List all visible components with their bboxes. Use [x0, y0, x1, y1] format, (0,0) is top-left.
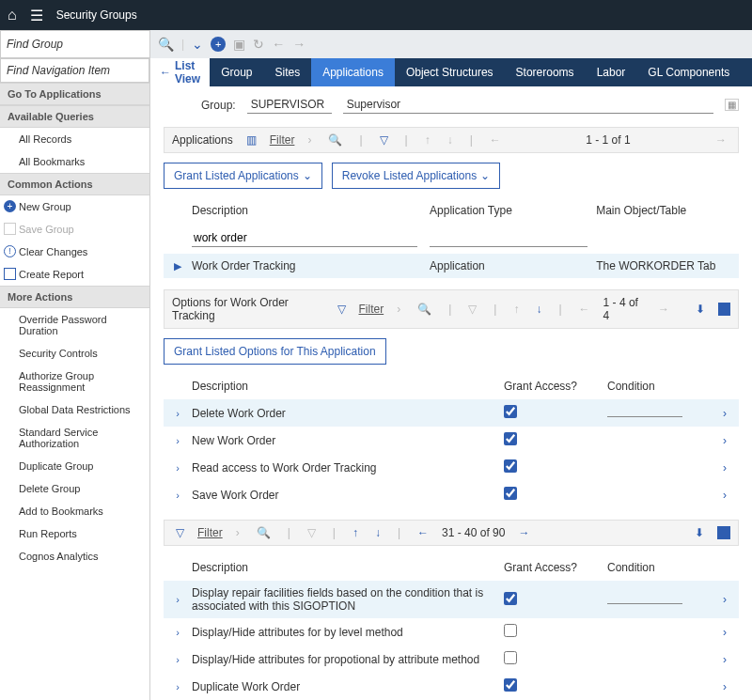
col-mainobj[interactable]: Main Object/Table	[596, 204, 739, 217]
grant-checkbox[interactable]	[504, 459, 517, 473]
table-row[interactable]: ›Display repair facilities fields based …	[164, 581, 739, 618]
up-icon[interactable]: ↑	[349, 526, 362, 539]
detail-arrow-icon[interactable]: ›	[711, 489, 739, 502]
filter-desc-input[interactable]	[192, 229, 417, 247]
filter-toggle-icon[interactable]: ▥	[243, 133, 260, 147]
settings-icon[interactable]	[717, 526, 730, 539]
sidebar-std-service-auth[interactable]: Standard Service Authorization	[0, 421, 149, 455]
grant-options-button[interactable]: Grant Listed Options for This Applicatio…	[164, 338, 386, 365]
tab-listview[interactable]: ←List View	[150, 58, 210, 91]
tab-labor[interactable]: Labor	[586, 58, 637, 86]
next-page-icon[interactable]: →	[514, 526, 533, 539]
down-icon[interactable]: ↓	[532, 303, 545, 316]
sidebar-authorize-reassignment[interactable]: Authorize Group Reassignment	[0, 365, 149, 398]
expand-icon[interactable]: ›	[164, 462, 192, 474]
chevron-down-icon[interactable]: ⌄	[192, 37, 203, 52]
tab-gl-components[interactable]: GL Components	[636, 58, 741, 86]
expand-icon[interactable]: ›	[164, 654, 192, 665]
detail-arrow-icon[interactable]: ›	[711, 407, 739, 420]
sidebar-add-bookmarks[interactable]: Add to Bookmarks	[0, 500, 149, 522]
detail-arrow-icon[interactable]: ›	[711, 593, 739, 606]
sidebar-all-records[interactable]: All Records	[0, 128, 149, 150]
detail-arrow-icon[interactable]: ›	[711, 434, 739, 447]
table-row[interactable]: ›Duplicate Work Order›	[164, 673, 739, 700]
sidebar-duplicate-group[interactable]: Duplicate Group	[0, 455, 149, 477]
search-icon[interactable]: 🔍	[414, 303, 435, 316]
grant-checkbox[interactable]	[504, 405, 517, 418]
sidebar-run-reports[interactable]: Run Reports	[0, 522, 149, 545]
refresh-icon[interactable]: ↻	[253, 37, 264, 52]
table-row[interactable]: ›Delete Work Order›	[164, 399, 739, 427]
detail-arrow-icon[interactable]: ›	[711, 680, 739, 693]
table-row[interactable]: ›Save Work Order›	[164, 481, 739, 508]
clear-filter-icon[interactable]: ▽	[376, 133, 392, 147]
grant-checkbox[interactable]	[504, 678, 517, 692]
table-row[interactable]: ›New Work Order›	[164, 427, 739, 454]
grant-checkbox[interactable]	[504, 651, 517, 664]
grant-checkbox[interactable]	[504, 487, 517, 500]
find-group-input[interactable]: Find Group	[0, 30, 150, 58]
sidebar-override-password[interactable]: Override Password Duration	[0, 308, 149, 342]
tab-limits[interactable]: Limits and Toler	[741, 58, 752, 86]
expand-icon[interactable]: ›	[164, 490, 192, 501]
prev-page-icon[interactable]: ←	[414, 526, 432, 539]
sidebar-clear-changes[interactable]: !Clear Changes	[0, 241, 149, 263]
filter-type-input[interactable]	[430, 229, 588, 247]
home-icon[interactable]: ⌂	[8, 7, 17, 23]
condition-input[interactable]	[607, 406, 682, 417]
col-apptype[interactable]: Application Type	[430, 204, 596, 217]
detail-icon[interactable]: ▦	[725, 99, 739, 111]
goto-apps-header[interactable]: Go To Applications	[0, 83, 149, 105]
sidebar-new-group[interactable]: +New Group	[0, 195, 149, 218]
revoke-apps-button[interactable]: Revoke Listed Applications ⌄	[332, 163, 500, 189]
tab-applications[interactable]: Applications	[311, 58, 395, 86]
search-icon[interactable]: 🔍	[158, 37, 174, 52]
back-icon[interactable]: ←	[272, 37, 285, 52]
grant-checkbox[interactable]	[504, 624, 517, 637]
condition-input[interactable]	[607, 593, 682, 604]
table-row[interactable]: ›Read access to Work Order Tracking›	[164, 454, 739, 481]
clear-filter-icon[interactable]: ▽	[304, 526, 320, 539]
grant-checkbox[interactable]	[504, 592, 517, 605]
download-icon[interactable]: ⬇	[691, 526, 708, 539]
sidebar-delete-group[interactable]: Delete Group	[0, 477, 149, 500]
expand-icon[interactable]: ▶	[164, 260, 192, 272]
sub-filter-link[interactable]: Filter	[197, 526, 223, 539]
down-icon[interactable]: ↓	[371, 526, 384, 539]
download-icon[interactable]: ⬇	[692, 303, 709, 316]
add-icon[interactable]: +	[211, 37, 226, 52]
grant-apps-button[interactable]: Grant Listed Applications ⌄	[164, 163, 322, 189]
filter-toggle-icon[interactable]: ▽	[172, 526, 188, 539]
tab-object-structures[interactable]: Object Structures	[395, 58, 505, 86]
apps-filter-link[interactable]: Filter	[270, 133, 295, 147]
expand-icon[interactable]: ›	[164, 627, 192, 638]
sidebar-all-bookmarks[interactable]: All Bookmarks	[0, 150, 149, 173]
clear-filter-icon[interactable]: ▽	[464, 303, 480, 316]
group-name[interactable]: SUPERVISOR	[247, 96, 332, 114]
detail-arrow-icon[interactable]: ›	[711, 653, 739, 666]
tab-group[interactable]: Group	[210, 58, 263, 86]
expand-icon[interactable]: ›	[164, 408, 192, 419]
menu-icon[interactable]: ☰	[30, 7, 43, 24]
table-row[interactable]: ›Display/Hide attributes for propotional…	[164, 646, 739, 673]
sidebar-create-report[interactable]: Create Report	[0, 263, 149, 286]
options-filter-link[interactable]: Filter	[359, 303, 384, 316]
expand-icon[interactable]: ›	[164, 594, 192, 605]
apps-row[interactable]: ▶ Work Order Tracking Application The WO…	[164, 254, 739, 278]
tab-storerooms[interactable]: Storerooms	[505, 58, 586, 86]
group-desc[interactable]: Supervisor	[343, 96, 713, 114]
detail-arrow-icon[interactable]: ›	[711, 626, 739, 639]
detail-arrow-icon[interactable]: ›	[711, 461, 739, 474]
grant-checkbox[interactable]	[504, 432, 517, 445]
expand-icon[interactable]: ›	[164, 435, 192, 446]
expand-icon[interactable]: ›	[164, 681, 192, 692]
table-row[interactable]: ›Display/Hide attributes for by level me…	[164, 618, 739, 646]
find-nav-input[interactable]: Find Navigation Item	[0, 58, 149, 83]
filter-toggle-icon[interactable]: ▽	[334, 303, 350, 316]
col-description[interactable]: Description	[192, 204, 430, 217]
search-icon[interactable]: 🔍	[324, 133, 346, 147]
settings-icon[interactable]	[718, 303, 730, 316]
sidebar-global-data[interactable]: Global Data Restrictions	[0, 398, 149, 421]
search-icon[interactable]: 🔍	[253, 526, 274, 539]
tab-sites[interactable]: Sites	[263, 58, 311, 86]
